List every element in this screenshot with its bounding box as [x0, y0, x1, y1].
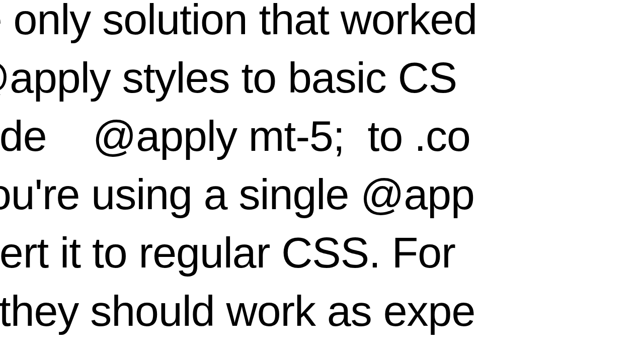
- body-text: he only solution that worked @apply styl…: [0, 0, 644, 340]
